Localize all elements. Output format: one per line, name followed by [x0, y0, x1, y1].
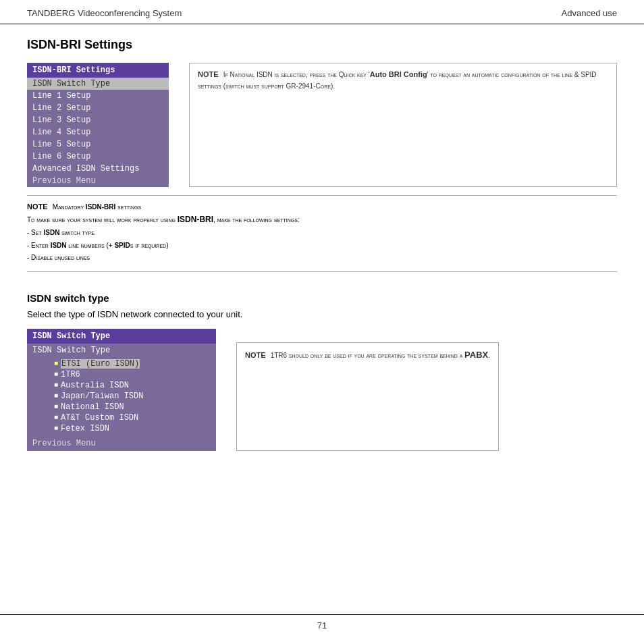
- switch-previous-menu[interactable]: Previous Menu: [27, 437, 216, 451]
- bullet-australia: ■: [54, 381, 58, 389]
- menu-item-line4[interactable]: Line 4 Setup: [27, 126, 169, 138]
- bullet-japan: ■: [54, 392, 58, 400]
- switch-option-japan[interactable]: ■ Japan/Taiwan ISDN: [54, 391, 216, 402]
- bullet-fetex: ■: [54, 425, 58, 432]
- mandatory-note-line0: To make sure your system will work prope…: [27, 213, 617, 226]
- menu-item-isdn-switch-type[interactable]: ISDN Switch Type: [27, 78, 169, 90]
- switch-option-australia[interactable]: ■ Australia ISDN: [54, 380, 216, 391]
- switch-option-fetex[interactable]: ■ Fetex ISDN: [54, 423, 216, 434]
- section1-title: ISDN-BRI Settings: [27, 38, 617, 52]
- section2-title: ISDN switch type: [27, 292, 617, 304]
- switch-option-fetex-label: Fetex ISDN: [61, 424, 109, 433]
- mandatory-note-body: To make sure your system will work prope…: [27, 213, 617, 264]
- switch-option-national-label: National ISDN: [61, 402, 124, 412]
- menu-panel-header: ISDN-BRI Settings: [27, 63, 169, 78]
- section1-note-text: If National ISDN is selected, press the …: [198, 70, 597, 90]
- header-title: TANDBERG Videoconferencing System: [27, 8, 182, 18]
- menu-item-line6[interactable]: Line 6 Setup: [27, 151, 169, 163]
- section2-note-label: NOTE: [245, 351, 266, 359]
- section2: ISDN switch type Select the type of ISDN…: [27, 292, 617, 451]
- isdn-bri-menu-panel: ISDN-BRI Settings ISDN Switch Type Line …: [27, 63, 169, 187]
- switch-option-japan-label: Japan/Taiwan ISDN: [61, 392, 143, 401]
- switch-option-1tr6[interactable]: ■ 1TR6: [54, 369, 216, 380]
- section1-note-label: NOTE: [198, 70, 219, 78]
- main-content: ISDN-BRI Settings ISDN-BRI Settings ISDN…: [0, 24, 644, 464]
- switch-option-att-label: AT&T Custom ISDN: [61, 413, 138, 423]
- switch-option-etsi-label: ETSI (Euro ISDN): [61, 359, 140, 369]
- switch-option-etsi[interactable]: ■ ETSI (Euro ISDN): [54, 358, 216, 369]
- menu-item-line2[interactable]: Line 2 Setup: [27, 102, 169, 114]
- mandatory-note-section: NOTE Mandatory ISDN-BRI settings To make…: [27, 195, 617, 272]
- section1: ISDN-BRI Settings ISDN-BRI Settings ISDN…: [27, 38, 617, 187]
- page-number: 71: [317, 620, 327, 630]
- mandatory-note-title: Mandatory ISDN-BRI settings: [53, 203, 141, 211]
- switch-panel-subheader: ISDN Switch Type: [27, 344, 216, 357]
- section2-note-text: 1TR6 should only be used if you are oper…: [271, 352, 490, 359]
- mandatory-note-line1: - Set ISDN switch type: [27, 227, 617, 239]
- mandatory-note-line3: - Disable unused lines: [27, 252, 617, 264]
- switch-type-panel: ISDN Switch Type ISDN Switch Type ■ ETSI…: [27, 329, 216, 451]
- switch-panel-body: ISDN Switch Type ■ ETSI (Euro ISDN) ■ 1T…: [27, 344, 216, 451]
- mandatory-note-header: NOTE Mandatory ISDN-BRI settings: [27, 203, 617, 211]
- section2-note-box: NOTE 1TR6 should only be used if you are…: [236, 342, 499, 451]
- menu-item-line5[interactable]: Line 5 Setup: [27, 138, 169, 151]
- menu-item-previous[interactable]: Previous Menu: [27, 175, 169, 187]
- section1-note-box: NOTE If National ISDN is selected, press…: [189, 63, 617, 187]
- bullet-national: ■: [54, 403, 58, 410]
- bullet-att: ■: [54, 414, 58, 421]
- menu-item-line1[interactable]: Line 1 Setup: [27, 90, 169, 102]
- menu-panel-body: ISDN Switch Type Line 1 Setup Line 2 Set…: [27, 78, 169, 187]
- page-container: TANDBERG Videoconferencing System Advanc…: [0, 0, 644, 644]
- menu-item-advanced-isdn[interactable]: Advanced ISDN Settings: [27, 163, 169, 175]
- switch-option-1tr6-label: 1TR6: [61, 370, 80, 379]
- page-footer: 71: [0, 614, 644, 630]
- top-section: ISDN-BRI Settings ISDN Switch Type Line …: [27, 63, 617, 187]
- switch-option-australia-label: Australia ISDN: [61, 381, 129, 390]
- switch-panel-header: ISDN Switch Type: [27, 329, 216, 344]
- switch-option-national[interactable]: ■ National ISDN: [54, 402, 216, 412]
- mandatory-note-label: NOTE: [27, 203, 48, 211]
- section2-description: Select the type of ISDN network connecte…: [27, 309, 617, 319]
- header-right: Advanced use: [562, 8, 617, 18]
- switch-option-att[interactable]: ■ AT&T Custom ISDN: [54, 412, 216, 423]
- menu-item-line3[interactable]: Line 3 Setup: [27, 114, 169, 126]
- mandatory-note-line2: - Enter ISDN line numbers (+ SPIDs if re…: [27, 240, 617, 252]
- bullet-etsi: ■: [54, 360, 58, 367]
- switch-layout: ISDN Switch Type ISDN Switch Type ■ ETSI…: [27, 329, 617, 451]
- bullet-1tr6: ■: [54, 371, 58, 378]
- switch-options: ■ ETSI (Euro ISDN) ■ 1TR6 ■ Australia IS…: [27, 357, 216, 437]
- page-header: TANDBERG Videoconferencing System Advanc…: [0, 0, 644, 24]
